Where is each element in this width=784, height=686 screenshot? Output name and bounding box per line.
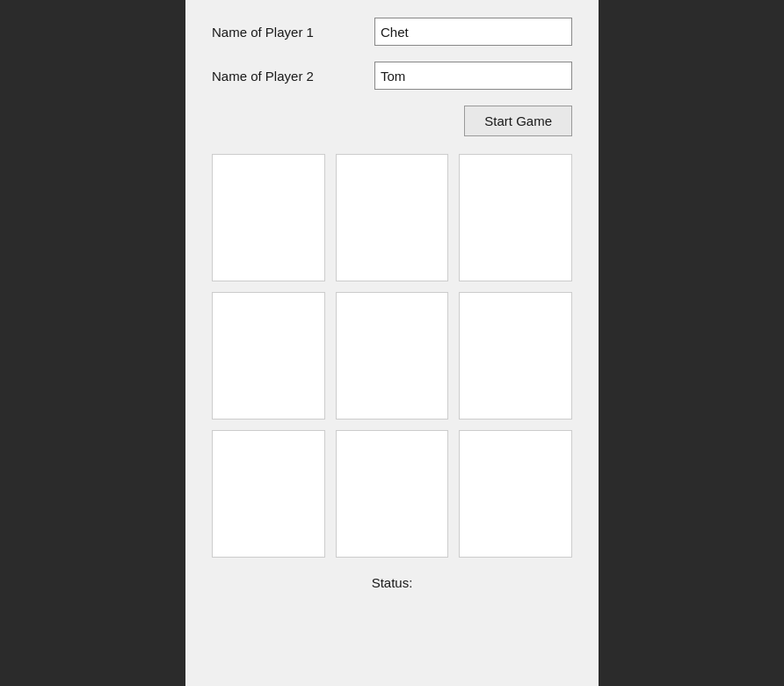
grid-cell-7[interactable] (336, 430, 449, 558)
button-row: Start Game (212, 106, 572, 136)
grid-cell-0[interactable] (212, 154, 325, 281)
grid-cell-8[interactable] (459, 430, 572, 558)
grid-cell-4[interactable] (336, 292, 449, 420)
player1-label: Name of Player 1 (212, 25, 374, 40)
player2-row: Name of Player 2 (212, 62, 572, 90)
status-label: Status: (372, 575, 413, 590)
player2-label: Name of Player 2 (212, 69, 374, 84)
player1-row: Name of Player 1 (212, 18, 572, 46)
grid-cell-2[interactable] (459, 154, 572, 281)
player2-input[interactable] (374, 62, 572, 90)
grid-cell-6[interactable] (212, 430, 325, 558)
player1-input[interactable] (374, 18, 572, 46)
status-row: Status: (212, 575, 572, 590)
grid-cell-1[interactable] (336, 154, 449, 281)
grid-cell-5[interactable] (459, 292, 572, 420)
grid-cell-3[interactable] (212, 292, 325, 420)
game-grid (212, 154, 572, 558)
start-game-button[interactable]: Start Game (464, 106, 572, 136)
app-window: Name of Player 1 Name of Player 2 Start … (185, 0, 599, 686)
